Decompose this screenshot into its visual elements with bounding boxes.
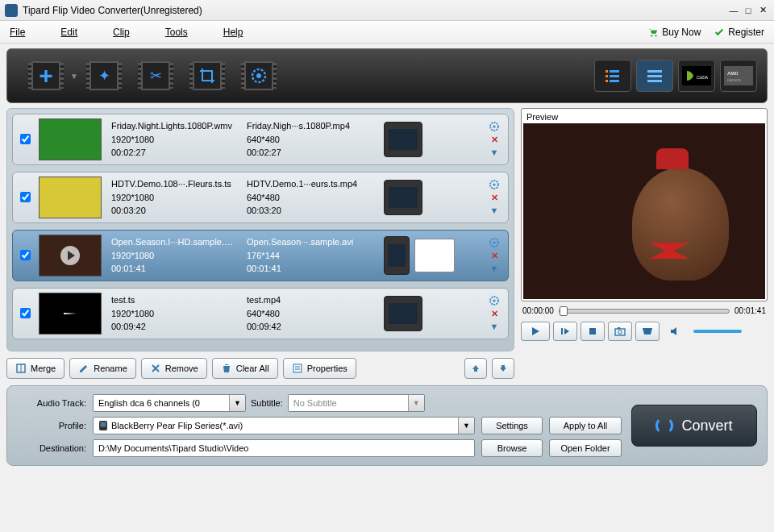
menu-edit[interactable]: Edit (60, 27, 77, 38)
properties-label: Properties (307, 364, 347, 373)
check-icon (714, 27, 725, 38)
svg-point-25 (493, 299, 495, 301)
close-button[interactable]: ✕ (756, 5, 769, 16)
amd-badge[interactable]: AMDRADEON (720, 60, 757, 92)
add-file-button[interactable]: + ▼ (17, 56, 75, 95)
maximize-button[interactable]: □ (742, 5, 755, 16)
profile-select[interactable]: BlackBerry Pear Flip Series(*.avi)▼ (93, 417, 475, 434)
properties-button[interactable]: Properties (283, 358, 356, 379)
remove-button[interactable]: Remove (141, 358, 207, 379)
menu-tools[interactable]: Tools (165, 27, 188, 38)
step-button[interactable] (553, 322, 577, 341)
effect-button[interactable]: ✦ (81, 56, 127, 95)
register-button[interactable]: Register (714, 27, 764, 38)
chevron-down-icon[interactable]: ▼ (70, 72, 78, 81)
amd-icon: AMDRADEON (724, 66, 753, 85)
clear-all-button[interactable]: Clear All (212, 358, 278, 379)
file-row[interactable]: test.ts1920*108000:09:42test.mp4640*4800… (12, 288, 509, 339)
svg-rect-33 (615, 329, 625, 335)
row-expand-button[interactable]: ▼ (489, 263, 500, 274)
file-thumbnail (39, 235, 102, 276)
file-checkbox[interactable] (20, 250, 31, 260)
file-row[interactable]: Friday.Night.Lights.1080P.wmv1920*108000… (12, 114, 509, 165)
file-row[interactable]: HDTV.Demo.108···.Fleurs.ts.ts1920*108000… (12, 172, 509, 223)
apply-to-all-button[interactable]: Apply to All (549, 417, 622, 434)
list-view-button[interactable] (594, 60, 631, 92)
file-row[interactable]: Open.Season.I···HD.sample.mkv1920*108000… (12, 230, 509, 281)
svg-rect-31 (561, 328, 563, 335)
convert-button[interactable]: Convert (631, 405, 757, 447)
crop-button[interactable] (185, 56, 230, 95)
row-settings-button[interactable] (489, 295, 500, 306)
output-device-icon[interactable] (384, 296, 422, 331)
fullscreen-button[interactable] (635, 322, 660, 341)
nvidia-icon: CUDA (682, 66, 711, 85)
row-settings-button[interactable] (489, 237, 500, 248)
rename-label: Rename (94, 364, 127, 373)
file-checkbox[interactable] (20, 134, 31, 144)
play-button[interactable] (521, 322, 550, 341)
window-title: Tipard Flip Video Converter(Unregistered… (23, 5, 726, 16)
pencil-icon (78, 363, 89, 374)
row-expand-button[interactable]: ▼ (489, 321, 500, 332)
output-device-icon[interactable] (384, 122, 422, 157)
file-checkbox[interactable] (20, 308, 31, 318)
mute-button[interactable] (663, 322, 687, 341)
preview-video[interactable] (523, 123, 765, 299)
menu-file[interactable]: File (10, 27, 25, 38)
seek-slider[interactable] (559, 309, 730, 314)
detail-view-button[interactable] (636, 60, 673, 92)
list-icon (604, 69, 622, 83)
cart-icon (647, 27, 659, 38)
row-remove-button[interactable]: ✕ (489, 308, 500, 319)
row-remove-button[interactable]: ✕ (489, 192, 500, 203)
svg-point-21 (493, 183, 495, 185)
svg-rect-37 (101, 422, 106, 427)
settings-button[interactable]: Settings (481, 417, 543, 434)
row-expand-button[interactable]: ▼ (489, 205, 500, 216)
chevron-down-icon: ▼ (229, 395, 245, 411)
preview-label: Preview (523, 110, 765, 123)
snapshot-button[interactable] (608, 322, 632, 341)
minimize-button[interactable]: — (727, 5, 740, 16)
audio-track-select[interactable]: English dca 6 channels (0▼ (93, 394, 246, 412)
svg-rect-10 (647, 70, 662, 73)
file-checkbox[interactable] (20, 192, 31, 202)
menu-clip[interactable]: Clip (113, 27, 130, 38)
output-device-icon[interactable] (384, 236, 410, 275)
nvidia-badge[interactable]: CUDA (678, 60, 715, 92)
chevron-down-icon: ▼ (408, 395, 424, 411)
subtitle-label: Subtitle: (251, 398, 283, 408)
source-info: HDTV.Demo.108···.Fleurs.ts.ts1920*108000… (108, 176, 243, 219)
volume-slider[interactable] (693, 330, 742, 333)
move-down-button[interactable] (492, 358, 514, 379)
arrow-up-icon (471, 364, 481, 373)
profile-dropdown-button[interactable]: ▼ (414, 239, 455, 272)
destination-input[interactable]: D:\My Documents\Tipard Studio\Video (93, 439, 475, 457)
audio-track-label: Audio Track: (17, 398, 86, 408)
move-up-button[interactable] (464, 358, 487, 379)
step-icon (560, 326, 570, 336)
menu-help[interactable]: Help (223, 27, 243, 38)
svg-point-1 (655, 35, 657, 36)
subtitle-select[interactable]: No Subtitle▼ (288, 394, 425, 412)
merge-label: Merge (31, 364, 56, 373)
buy-now-button[interactable]: Buy Now (647, 27, 701, 38)
stop-button[interactable] (580, 322, 605, 341)
open-folder-button[interactable]: Open Folder (549, 439, 622, 457)
output-device-icon[interactable] (384, 180, 422, 215)
trim-button[interactable]: ✂ (133, 56, 178, 95)
row-remove-button[interactable]: ✕ (489, 134, 500, 145)
preferences-button[interactable] (236, 56, 281, 95)
merge-button[interactable]: Merge (6, 358, 64, 379)
svg-rect-28 (293, 364, 302, 372)
merge-icon (15, 363, 27, 374)
row-expand-button[interactable]: ▼ (489, 147, 500, 158)
browse-button[interactable]: Browse (481, 439, 543, 457)
svg-rect-12 (647, 80, 662, 82)
rename-button[interactable]: Rename (69, 358, 136, 379)
svg-rect-35 (618, 327, 620, 329)
row-settings-button[interactable] (489, 179, 500, 190)
row-settings-button[interactable] (489, 121, 500, 132)
row-remove-button[interactable]: ✕ (489, 250, 500, 261)
